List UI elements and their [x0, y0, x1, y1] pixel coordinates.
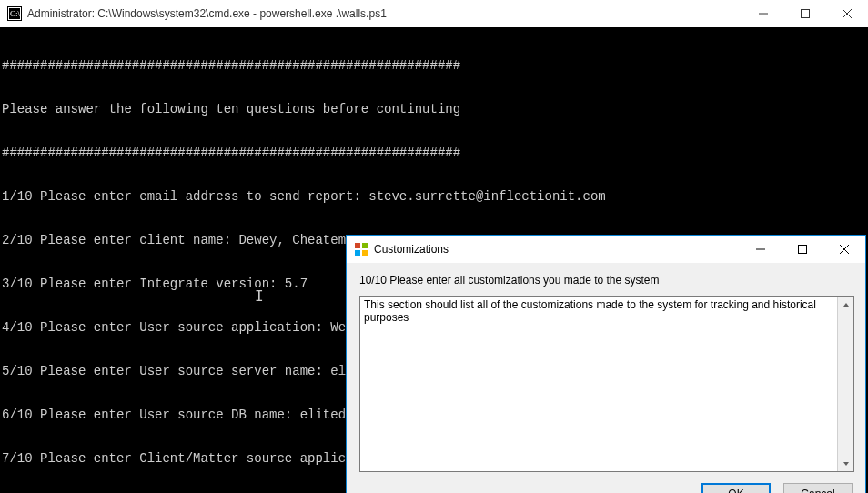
svg-text:C:\: C:\: [10, 9, 21, 18]
scroll-up-icon[interactable]: [838, 297, 853, 312]
cmd-icon: C:\: [7, 6, 22, 21]
textarea-scrollbar[interactable]: [837, 297, 853, 471]
dialog-button-row: OK Cancel: [359, 483, 853, 493]
svg-marker-16: [843, 303, 849, 307]
customizations-textarea-wrap: [359, 296, 854, 472]
cmd-titlebar[interactable]: C:\ Administrator: C:\Windows\system32\c…: [0, 0, 868, 27]
svg-rect-9: [362, 243, 368, 248]
text-cursor-icon: I: [255, 289, 264, 304]
svg-rect-11: [362, 250, 368, 256]
dialog-window-controls: [740, 236, 865, 263]
dialog-title-text: Customizations: [374, 243, 449, 256]
svg-rect-5: [802, 10, 810, 18]
cmd-window-controls: [742, 0, 868, 27]
svg-marker-17: [843, 462, 849, 466]
svg-rect-13: [799, 246, 807, 254]
dialog-content: 10/10 Please enter all customizations yo…: [347, 263, 865, 493]
cmd-line: Please answer the following ten question…: [2, 102, 864, 116]
scroll-down-icon[interactable]: [838, 456, 853, 471]
cmd-line: 1/10 Please enter email address to send …: [2, 189, 864, 204]
close-button[interactable]: [826, 0, 868, 27]
cmd-title-text: Administrator: C:\Windows\system32\cmd.e…: [27, 7, 387, 20]
dialog-close-button[interactable]: [823, 236, 865, 263]
svg-rect-10: [355, 250, 360, 256]
form-icon: [354, 242, 368, 257]
svg-rect-8: [355, 243, 360, 248]
cancel-button[interactable]: Cancel: [783, 483, 853, 493]
cmd-line: ########################################…: [2, 58, 864, 73]
maximize-button[interactable]: [784, 0, 826, 27]
dialog-titlebar[interactable]: Customizations: [347, 236, 865, 263]
dialog-prompt-label: 10/10 Please enter all customizations yo…: [359, 274, 853, 287]
cmd-line: ########################################…: [2, 146, 864, 160]
minimize-button[interactable]: [742, 0, 784, 27]
ok-button[interactable]: OK: [701, 483, 771, 493]
customizations-dialog: Customizations 10/10 Please enter all cu…: [346, 235, 866, 493]
dialog-minimize-button[interactable]: [740, 236, 782, 263]
customizations-textarea[interactable]: [360, 297, 837, 471]
dialog-maximize-button[interactable]: [782, 236, 823, 263]
